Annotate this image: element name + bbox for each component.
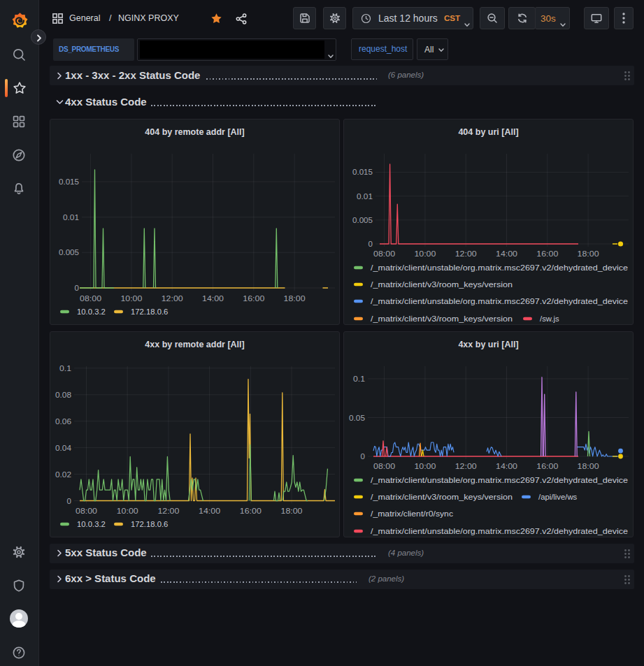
- svg-text:0.015: 0.015: [59, 178, 79, 186]
- svg-text:14:00: 14:00: [496, 462, 517, 470]
- svg-text:10.0.3.2: 10.0.3.2: [77, 520, 106, 528]
- svg-text:10:00: 10:00: [117, 507, 138, 515]
- svg-text:14:00: 14:00: [496, 249, 517, 258]
- svg-text:16:00: 16:00: [536, 462, 558, 470]
- svg-text:0.005: 0.005: [59, 248, 79, 256]
- svg-text:/_matrix/client/unstable/org.m: /_matrix/client/unstable/org.matrix.msc2…: [371, 476, 628, 484]
- svg-text:18:00: 18:00: [281, 507, 303, 515]
- svg-text:0.04: 0.04: [55, 444, 72, 452]
- svg-text:/_matrix/client/unstable/org.m: /_matrix/client/unstable/org.matrix.msc2…: [371, 297, 628, 305]
- svg-text:10:00: 10:00: [120, 294, 142, 303]
- svg-text:/_matrix/client/v3/room_keys/v: /_matrix/client/v3/room_keys/version: [371, 280, 513, 289]
- svg-text:0.005: 0.005: [352, 216, 373, 224]
- svg-text:172.18.0.6: 172.18.0.6: [131, 520, 168, 528]
- svg-text:0: 0: [67, 497, 71, 505]
- svg-text:4xx by uri [All]: 4xx by uri [All]: [458, 340, 518, 349]
- svg-text:12:00: 12:00: [455, 249, 477, 258]
- svg-text:08:00: 08:00: [80, 294, 101, 303]
- svg-text:/_matrix/client/v3/room_keys/v: /_matrix/client/v3/room_keys/version: [371, 314, 513, 323]
- svg-text:0.015: 0.015: [352, 168, 373, 176]
- svg-text:18:00: 18:00: [578, 249, 599, 258]
- svg-text:14:00: 14:00: [199, 507, 220, 515]
- svg-text:404 by remote addr [All]: 404 by remote addr [All]: [145, 127, 244, 137]
- svg-text:0.1: 0.1: [353, 375, 365, 383]
- svg-text:18:00: 18:00: [284, 294, 306, 303]
- svg-text:/_matrix/client/v3/room_keys/v: /_matrix/client/v3/room_keys/version: [371, 493, 513, 501]
- svg-text:0.01: 0.01: [63, 213, 79, 222]
- svg-text:172.18.0.6: 172.18.0.6: [131, 307, 168, 316]
- svg-text:4xx by remote addr [All]: 4xx by remote addr [All]: [145, 340, 244, 349]
- svg-text:/api/live/ws: /api/live/ws: [538, 493, 578, 501]
- svg-text:08:00: 08:00: [76, 507, 97, 515]
- svg-text:0.1: 0.1: [59, 364, 71, 372]
- svg-text:08:00: 08:00: [373, 462, 395, 470]
- svg-text:12:00: 12:00: [157, 507, 179, 515]
- svg-text:14:00: 14:00: [202, 294, 224, 303]
- svg-text:0.08: 0.08: [55, 391, 71, 399]
- svg-text:0.01: 0.01: [357, 192, 373, 201]
- svg-text:08:00: 08:00: [373, 249, 395, 258]
- svg-text:/_matrix/client/unstable/org.m: /_matrix/client/unstable/org.matrix.msc2…: [371, 263, 628, 272]
- svg-text:10.0.3.2: 10.0.3.2: [77, 307, 106, 316]
- svg-text:10:00: 10:00: [414, 462, 436, 470]
- svg-text:12:00: 12:00: [162, 294, 183, 303]
- svg-text:10:00: 10:00: [414, 249, 436, 258]
- svg-text:0: 0: [361, 452, 365, 461]
- svg-text:/sw.js: /sw.js: [540, 314, 559, 323]
- svg-text:12:00: 12:00: [455, 462, 477, 470]
- svg-text:0.05: 0.05: [349, 414, 365, 422]
- svg-text:/_matrix/client/unstable/org.m: /_matrix/client/unstable/org.matrix.msc2…: [371, 527, 628, 535]
- svg-text:0: 0: [75, 284, 79, 292]
- svg-text:404 by uri [All]: 404 by uri [All]: [458, 127, 518, 137]
- svg-text:16:00: 16:00: [240, 507, 262, 515]
- svg-text:0.02: 0.02: [55, 470, 71, 479]
- svg-text:16:00: 16:00: [243, 294, 264, 303]
- svg-text:16:00: 16:00: [536, 249, 558, 258]
- svg-text:18:00: 18:00: [578, 462, 599, 470]
- svg-text:0.06: 0.06: [55, 417, 71, 426]
- svg-text:/_matrix/client/r0/sync: /_matrix/client/r0/sync: [371, 509, 453, 518]
- svg-text:0: 0: [368, 240, 373, 248]
